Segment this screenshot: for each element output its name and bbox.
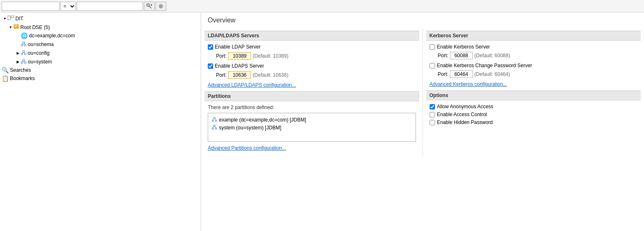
sidebar-item-dit[interactable]: ▾ DIT bbox=[0, 14, 201, 23]
kerberos-change-port-input[interactable]: 60464 bbox=[450, 71, 473, 78]
content-panel: Overview LDAP/LDAPS Servers Enable LDAP … bbox=[201, 12, 644, 231]
sidebar-item-bookmarks[interactable]: 📋 Bookmarks bbox=[0, 74, 201, 83]
search-add-button[interactable] bbox=[144, 2, 155, 11]
add-filter-icon bbox=[146, 3, 152, 9]
ou-config-label: ou=config bbox=[28, 50, 49, 56]
toolbar-right-input[interactable] bbox=[77, 2, 143, 11]
sidebar-item-ou-schema[interactable]: ou=schema bbox=[0, 40, 201, 49]
sidebar: ▾ DIT ▾ Root DSE (5) 🌐 dc=example,dc=com bbox=[0, 12, 201, 231]
advanced-partitions-link[interactable]: Advanced Partitions configuration... bbox=[208, 145, 286, 151]
bookmarks-label: Bookmarks bbox=[10, 75, 35, 81]
ldap-port-row: Port: 10389 (Default: 10389) bbox=[208, 52, 416, 60]
svg-line-20 bbox=[24, 53, 25, 53]
partition-item-1: system (ou=system) [JDBM] bbox=[211, 124, 412, 131]
searches-label: Searches bbox=[10, 67, 31, 73]
partition-0-icon bbox=[211, 116, 217, 123]
ldap-port-label: Port: bbox=[216, 53, 226, 59]
sidebar-item-ou-config[interactable]: ▶ ou=config bbox=[0, 49, 201, 57]
ou-config-icon bbox=[21, 49, 27, 56]
kerberos-section-header: Kerberos Server bbox=[426, 31, 641, 41]
ldaps-port-label: Port: bbox=[216, 72, 226, 78]
enable-access-control-label: Enable Access Control bbox=[437, 112, 487, 117]
root-dse-icon bbox=[13, 24, 19, 31]
ldap-port-input[interactable]: 10389 bbox=[228, 52, 251, 60]
partition-item-0: example (dc=example,dc=com) [JDBM] bbox=[211, 116, 412, 124]
partition-1-label: system (ou=system) [JDBM] bbox=[219, 125, 281, 131]
partitions-box: example (dc=example,dc=com) [JDBM] syste… bbox=[208, 113, 416, 142]
kerberos-change-port-row: Port: 60464 (Default: 60464) bbox=[430, 71, 638, 78]
ldaps-port-default: (Default: 10636) bbox=[253, 72, 288, 78]
toolbar-operator-select[interactable]: = != < > bbox=[61, 2, 76, 11]
svg-line-35 bbox=[214, 126, 216, 128]
svg-line-1 bbox=[149, 6, 152, 8]
dc-example-icon: 🌐 bbox=[21, 32, 28, 39]
svg-rect-6 bbox=[11, 16, 14, 18]
allow-anonymous-row: Allow Anonymous Access bbox=[430, 104, 638, 109]
kerberos-change-port-default: (Default: 60464) bbox=[474, 71, 510, 77]
enable-ldap-label[interactable]: Enable LDAP Server bbox=[208, 44, 261, 50]
ldaps-port-input[interactable]: 10636 bbox=[228, 71, 251, 79]
kerberos-port-default: (Default: 60088) bbox=[474, 53, 510, 58]
advanced-ldap-link[interactable]: Advanced LDAP/LDAPS configuration... bbox=[208, 82, 296, 88]
ldap-section-header: LDAP/LDAPS Servers bbox=[204, 31, 419, 41]
sidebar-item-ou-system[interactable]: ▶ ou=system bbox=[0, 57, 201, 66]
enable-kerberos-change-row: Enable Kerberos Change Password Server bbox=[430, 63, 638, 68]
enable-ldap-row: Enable LDAP Server bbox=[208, 44, 416, 50]
svg-point-23 bbox=[24, 62, 26, 63]
ou-config-toggle[interactable]: ▶ bbox=[15, 51, 21, 55]
sidebar-item-searches[interactable]: 🔍 Searches bbox=[0, 66, 201, 74]
ou-schema-icon bbox=[21, 41, 27, 48]
partition-1-icon bbox=[211, 124, 217, 131]
svg-point-4 bbox=[160, 5, 162, 7]
toolbar-left-input[interactable] bbox=[2, 2, 60, 11]
enable-ldaps-label[interactable]: Enable LDAPS Server bbox=[208, 63, 264, 69]
svg-point-26 bbox=[214, 117, 215, 119]
ou-system-label: ou=system bbox=[28, 59, 52, 65]
enable-ldaps-checkbox[interactable] bbox=[208, 63, 213, 69]
enable-kerberos-label: Enable Kerberos Server bbox=[437, 44, 490, 50]
search-settings-button[interactable] bbox=[156, 2, 166, 11]
allow-anonymous-label: Allow Anonymous Access bbox=[437, 104, 493, 109]
ou-system-toggle[interactable]: ▶ bbox=[15, 60, 21, 64]
enable-kerberos-checkbox[interactable] bbox=[430, 44, 435, 50]
overview-columns: LDAP/LDAPS Servers Enable LDAP Server Po… bbox=[201, 27, 644, 158]
enable-kerberos-row: Enable Kerberos Server bbox=[430, 44, 638, 50]
enable-kerberos-change-checkbox[interactable] bbox=[430, 63, 435, 68]
sidebar-item-dc-example[interactable]: 🌐 dc=example,dc=com bbox=[0, 32, 201, 40]
svg-point-13 bbox=[24, 44, 26, 46]
enable-hidden-password-checkbox[interactable] bbox=[430, 120, 435, 125]
bookmarks-icon: 📋 bbox=[2, 75, 9, 82]
svg-line-34 bbox=[213, 126, 214, 128]
svg-rect-5 bbox=[8, 16, 10, 20]
svg-point-21 bbox=[23, 59, 25, 61]
overview-title: Overview bbox=[201, 12, 644, 27]
svg-point-0 bbox=[147, 4, 149, 6]
svg-point-11 bbox=[23, 42, 25, 44]
enable-ldap-checkbox[interactable] bbox=[208, 44, 213, 50]
svg-line-24 bbox=[22, 61, 24, 62]
allow-anonymous-checkbox[interactable] bbox=[430, 104, 435, 109]
svg-line-15 bbox=[24, 44, 25, 45]
svg-line-25 bbox=[24, 61, 25, 62]
ou-schema-label: ou=schema bbox=[28, 41, 53, 47]
svg-point-22 bbox=[21, 62, 23, 63]
svg-line-19 bbox=[22, 53, 24, 53]
svg-point-17 bbox=[21, 53, 23, 55]
searches-icon: 🔍 bbox=[2, 67, 9, 73]
toolbar: = != < > bbox=[0, 0, 644, 12]
kerberos-port-input[interactable]: 60088 bbox=[450, 52, 473, 59]
root-dse-label: Root DSE (5) bbox=[20, 24, 50, 30]
sidebar-item-root-dse[interactable]: ▾ Root DSE (5) bbox=[0, 23, 201, 32]
svg-point-18 bbox=[24, 53, 26, 55]
svg-line-30 bbox=[214, 119, 216, 120]
svg-point-33 bbox=[215, 128, 217, 129]
col-right: Kerberos Server Enable Kerberos Server P… bbox=[423, 27, 644, 158]
enable-kerberos-change-label: Enable Kerberos Change Password Server bbox=[437, 63, 532, 68]
advanced-kerberos-link[interactable]: Advanced Kerberos configuration... bbox=[430, 81, 507, 87]
partitions-section-header: Partitions bbox=[204, 91, 419, 101]
dit-toggle[interactable]: ▾ bbox=[2, 16, 7, 21]
enable-access-control-checkbox[interactable] bbox=[430, 112, 435, 117]
root-dse-toggle[interactable]: ▾ bbox=[7, 25, 13, 29]
svg-line-14 bbox=[22, 44, 24, 45]
svg-rect-10 bbox=[15, 27, 17, 27]
